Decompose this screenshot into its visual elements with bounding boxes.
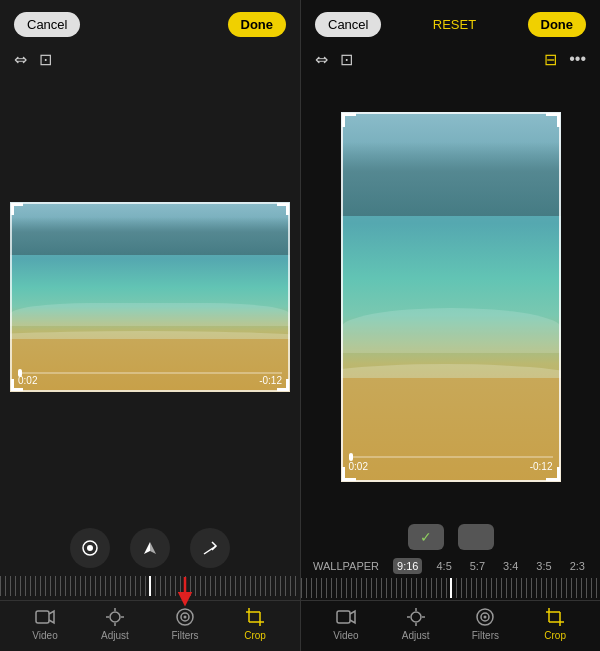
aspect-4-5[interactable]: 4:5 [432, 558, 455, 574]
left-scrubber[interactable] [0, 576, 300, 596]
right-save-icon[interactable]: ⊟ [544, 50, 557, 69]
right-scrubber[interactable] [301, 578, 600, 598]
adjust-tab-icon [105, 607, 125, 627]
right-tab-crop[interactable]: Crop [530, 607, 580, 641]
video-tab-icon [35, 607, 55, 627]
corner-tr [277, 203, 289, 215]
tab-filters[interactable]: Filters [160, 607, 210, 641]
aspect-wallpaper[interactable]: WALLPAPER [309, 558, 383, 574]
right-progress-thumb [349, 453, 353, 461]
tab-filters-label: Filters [171, 630, 198, 641]
progress-line [18, 372, 282, 374]
timestamp-end: -0:12 [259, 375, 282, 386]
right-flip-icon[interactable]: ⇔ [315, 50, 328, 69]
svg-line-4 [204, 546, 216, 554]
orientation-button[interactable] [70, 528, 110, 568]
right-video-area: 0:02 -0:12 [301, 76, 600, 518]
timestamp-start: 0:02 [18, 375, 37, 386]
crop-square-icon[interactable]: ⊡ [39, 50, 52, 69]
aspect-ratio-bar: WALLPAPER 9:16 4:5 5:7 3:4 3:5 2:3 [301, 554, 600, 578]
right-ctrl-row: ✓ [301, 518, 600, 554]
right-timestamp-end: -0:12 [530, 461, 553, 472]
svg-rect-5 [36, 611, 49, 623]
svg-rect-20 [337, 611, 350, 623]
svg-point-1 [87, 545, 93, 551]
tab-crop[interactable]: Crop [230, 607, 280, 641]
aspect-5-7[interactable]: 5:7 [466, 558, 489, 574]
right-progress-line [349, 456, 553, 458]
right-icons-row: ⇔ ⊡ ⊟ ••• [301, 44, 600, 76]
left-icons-row: ⇔ ⊡ [0, 44, 300, 76]
tab-adjust[interactable]: Adjust [90, 607, 140, 641]
corner-tl [11, 203, 23, 215]
svg-point-6 [110, 612, 120, 622]
right-timestamp-start: 0:02 [349, 461, 368, 472]
right-scrubber-center [450, 578, 452, 598]
left-frame-border [10, 202, 290, 392]
left-cancel-button[interactable]: Cancel [14, 12, 80, 37]
aspect-2-3[interactable]: 2:3 [566, 558, 589, 574]
right-filters-tab-icon [475, 607, 495, 627]
share-button[interactable] [190, 528, 230, 568]
left-panel: Cancel Done ⇔ ⊡ 0:02 [0, 0, 300, 651]
svg-point-15 [184, 616, 187, 619]
right-timestamp-bar: 0:02 -0:12 [349, 461, 553, 472]
left-video-area: 0:02 -0:12 [0, 76, 300, 518]
right-scene-mountains [341, 142, 561, 216]
crop-tab-icon [245, 607, 265, 627]
right-tab-filters[interactable]: Filters [460, 607, 510, 641]
flip-horizontal-icon[interactable]: ⇔ [14, 50, 27, 69]
right-tab-video-label: Video [333, 630, 358, 641]
scrubber-center [149, 576, 151, 596]
aspect-3-5[interactable]: 3:5 [532, 558, 555, 574]
right-done-button[interactable]: Done [528, 12, 587, 37]
right-crop-tab-icon [545, 607, 565, 627]
timestamp-bar: 0:02 -0:12 [18, 375, 282, 386]
mirror-icon [141, 539, 159, 557]
right-tab-adjust[interactable]: Adjust [391, 607, 441, 641]
right-video-tab-icon [336, 607, 356, 627]
left-top-bar: Cancel Done [0, 0, 300, 44]
right-tab-video[interactable]: Video [321, 607, 371, 641]
right-tab-adjust-label: Adjust [402, 630, 430, 641]
right-video-frame: 0:02 -0:12 [341, 112, 561, 482]
check-button[interactable]: ✓ [408, 524, 444, 550]
rect-button[interactable] [458, 524, 494, 550]
right-scene-wave1 [341, 308, 561, 352]
mirror-button[interactable] [130, 528, 170, 568]
aspect-3-4[interactable]: 3:4 [499, 558, 522, 574]
right-bottom-tabs: Video Adjust Filters [301, 600, 600, 651]
right-more-icon[interactable]: ••• [569, 50, 586, 68]
share-icon [202, 540, 218, 556]
aspect-9-16[interactable]: 9:16 [393, 558, 422, 574]
filters-tab-icon [175, 607, 195, 627]
svg-marker-3 [150, 542, 156, 554]
left-done-button[interactable]: Done [228, 12, 287, 37]
tab-video-label: Video [32, 630, 57, 641]
left-bottom-tabs: Video Adjust [0, 600, 300, 651]
right-panel: Cancel RESET Done ⇔ ⊡ ⊟ ••• [300, 0, 600, 651]
right-adjust-tab-icon [406, 607, 426, 627]
right-video-inner: 0:02 -0:12 [341, 112, 561, 482]
right-top-bar: Cancel RESET Done [301, 0, 600, 44]
tab-video[interactable]: Video [20, 607, 70, 641]
left-video-frame: 0:02 -0:12 [10, 202, 290, 392]
svg-point-21 [411, 612, 421, 622]
svg-marker-2 [144, 542, 150, 554]
left-control-buttons [0, 518, 300, 576]
tab-adjust-label: Adjust [101, 630, 129, 641]
right-tab-crop-label: Crop [544, 630, 566, 641]
tab-crop-label: Crop [244, 630, 266, 641]
right-tab-filters-label: Filters [472, 630, 499, 641]
right-timestamps: 0:02 -0:12 [349, 461, 553, 472]
right-cancel-button[interactable]: Cancel [315, 12, 381, 37]
right-crop-icon[interactable]: ⊡ [340, 50, 353, 69]
orientation-icon [81, 539, 99, 557]
reset-label[interactable]: RESET [433, 17, 476, 32]
svg-point-28 [484, 616, 487, 619]
